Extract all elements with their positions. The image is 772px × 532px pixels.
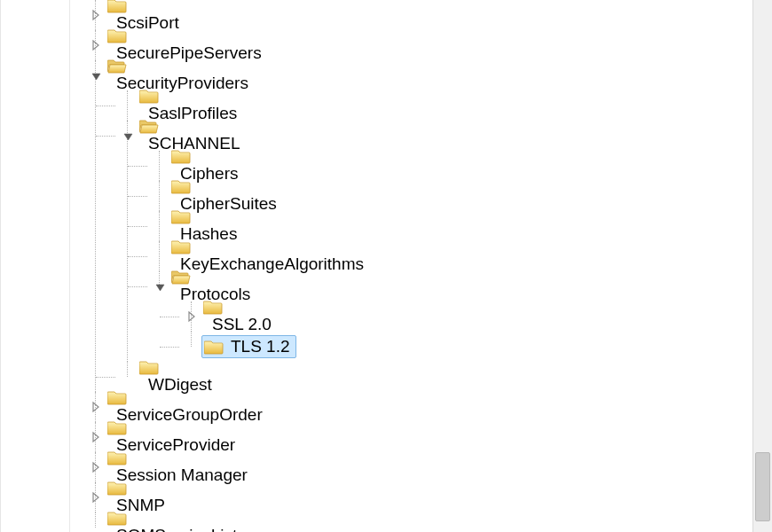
tree-row[interactable]: SecurityProviders bbox=[90, 60, 752, 90]
folder-icon bbox=[171, 148, 240, 164]
tree-node: ScsiPort bbox=[90, 0, 752, 30]
tree-node: Ciphers bbox=[154, 151, 752, 181]
tree-node: SecurityProvidersSaslProfilesSCHANNELCip… bbox=[90, 60, 752, 392]
chevron-right-icon bbox=[91, 461, 101, 473]
left-gutter bbox=[1, 0, 70, 532]
registry-tree[interactable]: ScsiPortSecurePipeServersSecurityProvide… bbox=[70, 0, 752, 532]
tree-row[interactable]: Hashes bbox=[154, 211, 752, 241]
chevron-right-icon bbox=[186, 310, 197, 323]
tree-row[interactable]: TLS 1.2 bbox=[185, 332, 752, 362]
tree-row[interactable]: SSL 2.0 bbox=[185, 301, 752, 332]
scrollbar-thumb[interactable] bbox=[755, 452, 770, 521]
vertical-scrollbar[interactable] bbox=[752, 0, 772, 532]
tree-row[interactable]: Session Manager bbox=[90, 452, 752, 482]
tree-row[interactable]: WDigest bbox=[122, 362, 752, 392]
folder-icon bbox=[139, 88, 239, 104]
expand-toggle-expanded[interactable] bbox=[90, 69, 102, 82]
tree-node: CipherSuites bbox=[154, 181, 752, 211]
chevron-down-icon bbox=[154, 281, 166, 293]
expand-toggle-collapsed[interactable] bbox=[90, 491, 102, 504]
tree-row[interactable]: KeyExchangeAlgorithms bbox=[154, 241, 752, 271]
tree-row[interactable]: ScsiPort bbox=[90, 0, 752, 30]
chevron-right-icon bbox=[91, 401, 101, 413]
folder-icon bbox=[204, 339, 224, 355]
tree-node: TLS 1.2 bbox=[185, 332, 752, 362]
tree-item-label: SOMServiceList bbox=[114, 526, 239, 532]
folder-icon bbox=[107, 27, 264, 43]
chevron-right-icon bbox=[91, 491, 101, 504]
folder-icon bbox=[171, 208, 239, 224]
tree-node: SaslProfiles bbox=[122, 90, 752, 121]
tree-row[interactable]: Ciphers bbox=[154, 151, 752, 181]
folder-icon bbox=[107, 0, 181, 13]
tree-node: SSL 2.0 bbox=[185, 301, 752, 332]
tree-node: Session Manager bbox=[90, 452, 752, 482]
tree-item-label: TLS 1.2 bbox=[229, 337, 292, 356]
folder-icon bbox=[203, 299, 273, 315]
folder-open-icon bbox=[171, 269, 252, 285]
chevron-right-icon bbox=[91, 39, 101, 51]
folder-open-icon bbox=[139, 118, 241, 134]
expand-toggle-expanded[interactable] bbox=[154, 280, 166, 293]
chevron-right-icon bbox=[91, 431, 101, 443]
expand-toggle-collapsed[interactable] bbox=[185, 310, 198, 323]
expand-toggle-collapsed[interactable] bbox=[90, 461, 102, 473]
tree-row[interactable]: ServiceGroupOrder bbox=[90, 392, 752, 422]
tree-node: ServiceGroupOrder bbox=[90, 392, 752, 422]
expand-toggle-collapsed[interactable] bbox=[90, 431, 102, 443]
folder-icon bbox=[107, 389, 264, 405]
folder-icon bbox=[171, 239, 366, 254]
tree-node: SOMServiceList bbox=[90, 512, 752, 532]
folder-icon bbox=[107, 450, 249, 466]
tree-row[interactable]: SCHANNEL bbox=[122, 121, 752, 151]
chevron-down-icon bbox=[91, 70, 102, 82]
folder-icon bbox=[107, 510, 239, 526]
tree-item[interactable]: SOMServiceList bbox=[107, 510, 239, 532]
chevron-right-icon bbox=[91, 9, 101, 21]
chevron-down-icon bbox=[122, 130, 134, 142]
tree-node: Hashes bbox=[154, 211, 752, 241]
tree-item-label: SSL 2.0 bbox=[210, 315, 273, 333]
expand-toggle-collapsed[interactable] bbox=[90, 39, 102, 51]
tree-row[interactable]: SNMP bbox=[90, 482, 752, 512]
tree-node: ServiceProvider bbox=[90, 422, 752, 452]
tree-row[interactable]: CipherSuites bbox=[154, 181, 752, 211]
tree-row[interactable]: SecurePipeServers bbox=[90, 30, 752, 60]
tree-item[interactable]: SSL 2.0 bbox=[203, 299, 273, 334]
tree-item[interactable]: TLS 1.2 bbox=[201, 335, 296, 358]
folder-icon bbox=[171, 178, 279, 194]
expand-toggle-collapsed[interactable] bbox=[90, 401, 102, 413]
window-content: ScsiPortSecurePipeServersSecurityProvide… bbox=[0, 0, 772, 532]
tree-node: ProtocolsSSL 2.0TLS 1.2 bbox=[154, 271, 752, 362]
folder-icon bbox=[139, 359, 214, 375]
tree-row[interactable]: SOMServiceList bbox=[90, 512, 752, 532]
folder-icon bbox=[107, 480, 167, 496]
tree-node: WDigest bbox=[122, 362, 752, 392]
tree-node: SNMP bbox=[90, 482, 752, 512]
tree-row[interactable]: Protocols bbox=[154, 271, 752, 301]
tree-node: KeyExchangeAlgorithms bbox=[154, 241, 752, 271]
tree-node: SCHANNELCiphersCipherSuitesHashesKeyExch… bbox=[122, 121, 752, 362]
expand-toggle-collapsed[interactable] bbox=[90, 9, 102, 21]
tree-node: SecurePipeServers bbox=[90, 30, 752, 60]
folder-open-icon bbox=[107, 58, 250, 74]
tree-row[interactable]: ServiceProvider bbox=[90, 422, 752, 452]
folder-icon bbox=[107, 419, 237, 435]
expand-toggle-expanded[interactable] bbox=[122, 129, 134, 142]
tree-row[interactable]: SaslProfiles bbox=[122, 90, 752, 121]
